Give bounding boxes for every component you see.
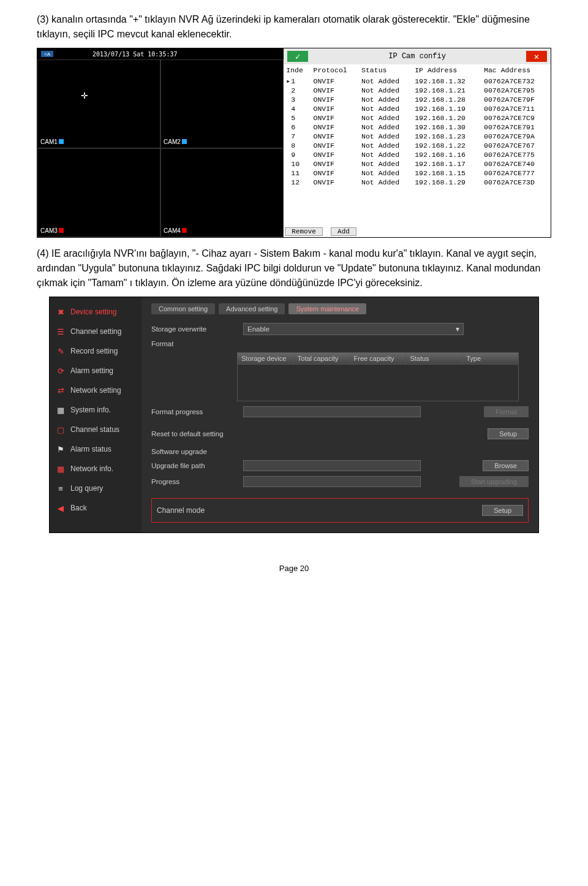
col-index: Inde	[284, 64, 311, 76]
label-reset: Reset to default setting	[151, 430, 224, 437]
format-button[interactable]: Format	[484, 406, 529, 417]
sidebar-item-label: Device setting	[70, 308, 116, 316]
nvr-screenshot: =A 2013/07/13 Sat 10:35:37 ✛ CAM1 CAM2 C…	[37, 48, 551, 238]
sidebar-icon: ✎	[56, 346, 66, 356]
sidebar-item-channel-setting[interactable]: ☰Channel setting	[50, 322, 141, 341]
table-row[interactable]: 12ONVIFNot Added192.168.1.2900762A7CE73D	[284, 178, 551, 187]
browse-button[interactable]: Browse	[483, 460, 529, 471]
page-number: Page 20	[37, 539, 551, 585]
reset-setup-button[interactable]: Setup	[488, 428, 529, 439]
sidebar-icon: ⚑	[56, 444, 66, 454]
cam1-rec-icon	[59, 139, 64, 144]
sidebar-item-network-info-[interactable]: ▦Network info.	[50, 459, 141, 479]
table-row[interactable]: 11ONVIFNot Added192.168.1.1500762A7CE777	[284, 168, 551, 178]
sidebar-icon: ◀	[56, 503, 66, 513]
sidebar-icon: ▦	[56, 405, 66, 415]
table-row[interactable]: 3ONVIFNot Added192.168.1.2800762A7CE79F	[284, 95, 551, 104]
start-upgrading-button[interactable]: Start upgrading	[459, 476, 529, 487]
cam-cell-2[interactable]: CAM2	[160, 59, 284, 148]
intro-text: (3) kanalın ortasında "+" tıklayın NVR A…	[37, 14, 530, 39]
cam-cell-1[interactable]: ✛ CAM1	[37, 59, 160, 148]
sidebar-item-channel-status[interactable]: ▢Channel status	[50, 420, 141, 439]
channel-mode-box: Channel mode Setup	[151, 498, 529, 523]
sidebar-item-label: Back	[70, 504, 87, 512]
ipcam-title: IP Cam confiy	[388, 52, 446, 61]
cam-cell-4[interactable]: CAM4	[160, 148, 284, 237]
tab-maintenance[interactable]: System maintenance	[288, 303, 366, 314]
ipcam-table: Inde Protocol Status IP Address Mac Addr…	[284, 64, 551, 187]
label-progress: Progress	[151, 478, 237, 485]
cam3-rec-icon	[59, 228, 64, 233]
tab-common[interactable]: Common setting	[151, 303, 215, 314]
sidebar-icon: ⟳	[56, 366, 66, 376]
sidebar-item-record-setting[interactable]: ✎Record setting	[50, 341, 141, 361]
sidebar-icon: ✖	[56, 307, 66, 317]
sidebar-item-log-query[interactable]: ≡Log query	[50, 479, 141, 498]
ipcam-config-panel: ✓ IP Cam confiy ✕ Inde Protocol Status I…	[284, 48, 551, 237]
sidebar-item-label: Alarm status	[70, 445, 111, 453]
storage-overwrite-select[interactable]: Enable ▾	[243, 323, 464, 335]
label-upgrade-path: Upgrade file path	[151, 462, 237, 469]
ipcam-titlebar: ✓ IP Cam confiy ✕	[284, 48, 551, 64]
col-mac: Mac Address	[481, 64, 551, 76]
sidebar-item-alarm-setting[interactable]: ⟳Alarm setting	[50, 361, 141, 381]
col-storage-device: Storage device	[238, 353, 294, 364]
remove-button[interactable]: Remove	[285, 227, 323, 236]
table-row[interactable]: 2ONVIFNot Added192.168.1.2100762A7CE795	[284, 86, 551, 95]
cam4-label: CAM4	[164, 227, 181, 234]
sidebar-item-network-setting[interactable]: ⇄Network setting	[50, 381, 141, 400]
channel-mode-setup-button[interactable]: Setup	[482, 505, 523, 516]
cam2-rec-icon	[182, 139, 187, 144]
label-format: Format	[151, 340, 237, 347]
sidebar-item-system-info-[interactable]: ▦System info.	[50, 400, 141, 420]
cam2-label: CAM2	[164, 138, 181, 145]
nvr-status-icon: =A	[41, 51, 53, 57]
table-row[interactable]: 9ONVIFNot Added192.168.1.1600762A7CE775	[284, 150, 551, 159]
table-row[interactable]: 4ONVIFNot Added192.168.1.1900762A7CE711	[284, 104, 551, 113]
sidebar-item-label: Log query	[70, 484, 103, 493]
col-status: Status	[359, 64, 412, 76]
label-storage-overwrite: Storage overwrite	[151, 325, 237, 333]
intro-paragraph: (3) kanalın ortasında "+" tıklayın NVR A…	[37, 12, 551, 42]
sidebar-icon: ≡	[56, 483, 66, 493]
mid-text: (4) IE aracılığıyla NVR'ını bağlayın, "-…	[37, 248, 540, 288]
sidebar-item-label: Channel status	[70, 425, 119, 434]
format-progress-bar	[243, 406, 421, 417]
nvr-datetime: 2013/07/13 Sat 10:35:37	[92, 51, 177, 58]
ipcam-footer: Remove Add	[284, 226, 551, 237]
settings-main: Common setting Advanced setting System m…	[141, 297, 538, 532]
label-software-upgrade: Software upgrade	[151, 448, 207, 455]
tab-advanced[interactable]: Advanced setting	[219, 303, 285, 314]
label-channel-mode: Channel mode	[157, 506, 205, 515]
col-free-capacity: Free capacity	[350, 353, 407, 364]
sidebar-item-label: System info.	[70, 406, 111, 414]
table-row[interactable]: 6ONVIFNot Added192.168.1.3000762A7CE791	[284, 123, 551, 132]
ok-button[interactable]: ✓	[287, 51, 308, 62]
col-protocol: Protocol	[311, 64, 359, 76]
sidebar-item-label: Alarm setting	[70, 366, 113, 375]
sidebar-item-label: Network info.	[70, 464, 113, 473]
close-button[interactable]: ✕	[526, 51, 547, 62]
sidebar-icon: ▢	[56, 425, 66, 434]
upgrade-progress-bar	[243, 476, 421, 487]
cam-cell-3[interactable]: CAM3	[37, 148, 160, 237]
mid-paragraph: (4) IE aracılığıyla NVR'ını bağlayın, "-…	[37, 246, 551, 290]
col-total-capacity: Total capacity	[294, 353, 350, 364]
table-row[interactable]: ▸1ONVIFNot Added192.168.1.3200762A7CE732	[284, 76, 551, 86]
cam3-label: CAM3	[40, 227, 58, 234]
table-row[interactable]: 8ONVIFNot Added192.168.1.2200762A7CE767	[284, 141, 551, 150]
upgrade-path-input[interactable]	[243, 460, 421, 471]
sidebar-item-device-setting[interactable]: ✖Device setting	[50, 302, 141, 322]
table-row[interactable]: 5ONVIFNot Added192.168.1.2000762A7CE7C9	[284, 113, 551, 123]
chevron-down-icon: ▾	[456, 325, 459, 333]
table-row[interactable]: 7ONVIFNot Added192.168.1.2300762A7CE79A	[284, 132, 551, 141]
sidebar-icon: ▦	[56, 464, 66, 474]
settings-sidebar: ✖Device setting☰Channel setting✎Record s…	[50, 297, 141, 532]
sidebar-icon: ☰	[56, 327, 66, 336]
sidebar-item-back[interactable]: ◀Back	[50, 498, 141, 518]
sidebar-item-alarm-status[interactable]: ⚑Alarm status	[50, 439, 141, 459]
sidebar-icon: ⇄	[56, 385, 66, 395]
add-button[interactable]: Add	[331, 227, 356, 236]
cam4-rec-icon	[182, 228, 187, 233]
table-row[interactable]: 10ONVIFNot Added192.168.1.1700762A7CE740	[284, 159, 551, 168]
